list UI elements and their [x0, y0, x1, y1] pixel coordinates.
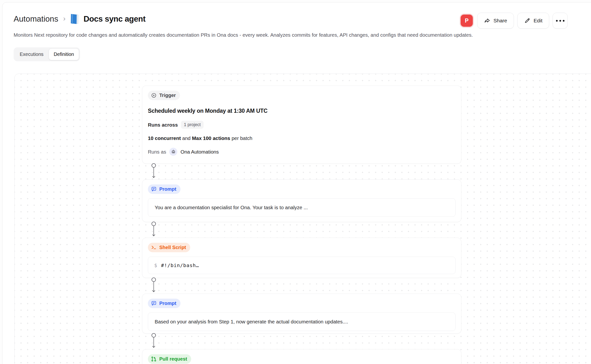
- trigger-badge: Trigger: [148, 91, 180, 100]
- concurrency-suffix: per batch: [230, 135, 252, 141]
- tab-executions[interactable]: Executions: [15, 48, 49, 60]
- pull-request-badge-label: Pull request: [159, 356, 187, 362]
- page-title: Docs sync agent: [83, 14, 145, 24]
- main-panel: Automations › Docs sync agent P Share Ed…: [2, 2, 591, 364]
- concurrency-join: and: [181, 135, 192, 141]
- share-button-label: Share: [493, 18, 507, 24]
- connector: [142, 334, 461, 349]
- book-icon: [70, 13, 80, 24]
- shell-badge-label: Shell Script: [159, 245, 186, 250]
- pull-request-node-card[interactable]: Pull request: [142, 349, 461, 364]
- trigger-badge-label: Trigger: [159, 93, 176, 98]
- concurrency-row: 10 concurrent and Max 100 actions per ba…: [148, 135, 456, 141]
- prompt-badge: Prompt: [148, 299, 180, 308]
- automation-description: Monitors Next repository for code change…: [14, 32, 473, 38]
- robot-icon: [171, 149, 176, 155]
- prompt-badge-label: Prompt: [159, 301, 176, 306]
- connector-arrow-icon: [151, 333, 157, 349]
- ona-automations-avatar: [169, 148, 177, 156]
- flow-column: Trigger Scheduled weekly on Monday at 1:…: [142, 86, 461, 364]
- shell-prompt-symbol: $: [154, 262, 157, 268]
- play-circle-icon: [151, 93, 157, 98]
- runs-as-label: Runs as: [148, 149, 166, 155]
- terminal-icon: [151, 245, 157, 250]
- header-actions: P Share Edit: [460, 13, 568, 29]
- connector: [142, 164, 461, 179]
- runs-as-row: Runs as Ona Automations: [148, 148, 456, 156]
- more-button[interactable]: [553, 13, 568, 29]
- tab-definition[interactable]: Definition: [49, 48, 79, 60]
- connector: [142, 222, 461, 238]
- prompt-node-card-1[interactable]: Prompt You are a documentation specialis…: [142, 179, 461, 222]
- flow-canvas[interactable]: Trigger Scheduled weekly on Monday at 1:…: [14, 74, 591, 364]
- prompt-text-field-2[interactable]: Based on your analysis from Step 1, now …: [148, 312, 456, 331]
- prompt-bubble-icon: [151, 301, 157, 306]
- breadcrumb-chevron-icon: ›: [63, 14, 66, 24]
- connector: [142, 278, 461, 294]
- runs-across-row: Runs across 1 project: [148, 121, 456, 129]
- prompt-text-field-1[interactable]: You are a documentation specialist for O…: [148, 198, 456, 217]
- edit-button[interactable]: Edit: [517, 13, 549, 29]
- prompt-node-card-2[interactable]: Prompt Based on your analysis from Step …: [142, 294, 461, 334]
- pull-request-icon: [151, 356, 157, 362]
- runs-as-value: Ona Automations: [180, 149, 219, 155]
- shell-script-text: #!/bin/bash…: [161, 262, 199, 268]
- connector-arrow-icon: [151, 221, 157, 238]
- share-icon: [484, 17, 490, 24]
- project-count-pill[interactable]: 1 project: [181, 121, 204, 129]
- prompt-bubble-icon: [151, 186, 157, 192]
- share-button[interactable]: Share: [477, 13, 514, 29]
- pull-request-badge: Pull request: [148, 354, 191, 364]
- view-tabs: Executions Definition: [14, 47, 80, 61]
- edit-button-label: Edit: [534, 18, 542, 24]
- ellipsis-icon: [556, 20, 564, 22]
- prompt-badge: Prompt: [148, 184, 180, 194]
- max-actions-value: Max 100 actions: [192, 135, 230, 141]
- avatar[interactable]: P: [460, 14, 474, 28]
- connector-arrow-icon: [151, 163, 157, 179]
- breadcrumb-automations-link[interactable]: Automations: [14, 14, 58, 24]
- prompt-badge-label: Prompt: [159, 186, 176, 192]
- trigger-node-card[interactable]: Trigger Scheduled weekly on Monday at 1:…: [142, 86, 461, 164]
- concurrent-value: 10 concurrent: [148, 135, 181, 141]
- shell-script-node-card[interactable]: Shell Script $ #!/bin/bash…: [142, 238, 461, 278]
- trigger-schedule-title: Scheduled weekly on Monday at 1:30 AM UT…: [148, 108, 456, 114]
- connector-arrow-icon: [151, 277, 157, 294]
- runs-across-label: Runs across: [148, 122, 178, 128]
- shell-script-badge: Shell Script: [148, 243, 190, 252]
- shell-script-field[interactable]: $ #!/bin/bash…: [148, 257, 456, 274]
- pencil-icon: [524, 17, 530, 24]
- breadcrumb: Automations › Docs sync agent: [14, 12, 145, 26]
